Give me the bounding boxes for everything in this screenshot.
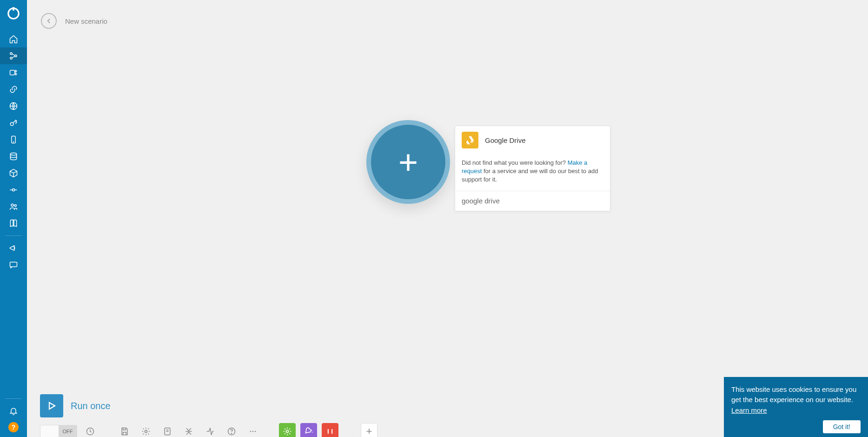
nav-docs[interactable] bbox=[0, 215, 27, 232]
favorite-app-3[interactable] bbox=[322, 423, 338, 437]
topbar: New scenario bbox=[41, 13, 107, 29]
nav-announcements[interactable] bbox=[0, 240, 27, 256]
nav-templates[interactable] bbox=[0, 64, 27, 81]
svg-point-9 bbox=[13, 142, 14, 142]
svg-point-13 bbox=[14, 204, 16, 206]
nav-package[interactable] bbox=[0, 165, 27, 182]
svg-point-20 bbox=[250, 431, 252, 432]
svg-point-21 bbox=[252, 431, 254, 432]
sidebar-divider-bottom bbox=[5, 398, 22, 399]
help-button[interactable] bbox=[223, 423, 240, 437]
nav-commit[interactable] bbox=[0, 182, 27, 198]
scheduling-toggle[interactable]: OFF bbox=[40, 425, 77, 437]
svg-point-16 bbox=[145, 430, 147, 433]
favorite-app-2[interactable] bbox=[300, 423, 317, 437]
add-favorite-app-button[interactable]: + bbox=[361, 423, 378, 437]
toggle-on-segment bbox=[40, 425, 59, 437]
run-once-label: Run once bbox=[71, 401, 111, 411]
nav-chat[interactable] bbox=[0, 256, 27, 273]
service-result-label: Google Drive bbox=[485, 136, 526, 144]
svg-point-22 bbox=[255, 431, 256, 432]
add-module-button[interactable]: + bbox=[366, 120, 450, 204]
save-button[interactable] bbox=[116, 423, 133, 437]
notes-button[interactable] bbox=[159, 423, 176, 437]
bottom-toolbar: OFF bbox=[40, 423, 378, 437]
nav-devices[interactable] bbox=[0, 131, 27, 148]
run-block: Run once bbox=[40, 394, 111, 417]
cookie-accept-button[interactable]: Got it! bbox=[823, 420, 861, 433]
svg-point-19 bbox=[232, 433, 232, 434]
service-search-input[interactable] bbox=[462, 197, 603, 205]
nav-scenarios[interactable] bbox=[0, 47, 27, 64]
svg-point-7 bbox=[10, 122, 13, 126]
explain-flow-button[interactable] bbox=[202, 423, 219, 437]
sidebar: ? bbox=[0, 0, 27, 437]
svg-point-10 bbox=[10, 153, 16, 155]
nav-connections[interactable] bbox=[0, 81, 27, 98]
svg-point-23 bbox=[286, 430, 289, 433]
svg-rect-14 bbox=[10, 262, 17, 267]
app-logo-icon bbox=[7, 7, 20, 22]
nav-webhooks[interactable] bbox=[0, 98, 27, 114]
svg-point-11 bbox=[13, 189, 15, 191]
toggle-off-segment: OFF bbox=[59, 425, 77, 437]
service-request-message: Did not find what you were looking for? … bbox=[455, 154, 610, 191]
settings-button[interactable] bbox=[138, 423, 154, 437]
favorite-app-1[interactable] bbox=[279, 423, 296, 437]
cookie-banner: This website uses cookies to ensure you … bbox=[724, 377, 868, 437]
scenario-canvas: New scenario + Google Drive Did not find… bbox=[27, 0, 868, 437]
nav-datastores[interactable] bbox=[0, 148, 27, 165]
service-result-google-drive[interactable]: Google Drive bbox=[455, 126, 610, 154]
schedule-button[interactable] bbox=[82, 423, 99, 437]
plus-icon: + bbox=[398, 145, 418, 179]
sidebar-divider bbox=[5, 235, 22, 236]
google-drive-icon bbox=[462, 132, 478, 148]
nav-home[interactable] bbox=[0, 31, 27, 47]
run-once-button[interactable] bbox=[40, 394, 63, 417]
nav-notifications[interactable] bbox=[0, 403, 27, 419]
service-search-wrapper bbox=[455, 191, 610, 211]
svg-rect-1 bbox=[13, 7, 14, 11]
service-picker-panel: Google Drive Did not find what you were … bbox=[455, 126, 610, 211]
svg-rect-5 bbox=[10, 70, 15, 75]
auto-align-button[interactable] bbox=[180, 423, 197, 437]
cookie-text: This website uses cookies to ensure you … bbox=[731, 385, 856, 404]
help-badge[interactable]: ? bbox=[8, 422, 19, 432]
cookie-learn-more-link[interactable]: Learn more bbox=[731, 406, 767, 414]
svg-point-12 bbox=[11, 204, 13, 206]
nav-team[interactable] bbox=[0, 198, 27, 215]
nav-keys[interactable] bbox=[0, 114, 27, 131]
back-button[interactable] bbox=[41, 13, 57, 29]
scenario-title[interactable]: New scenario bbox=[65, 17, 107, 25]
more-button[interactable] bbox=[245, 423, 261, 437]
